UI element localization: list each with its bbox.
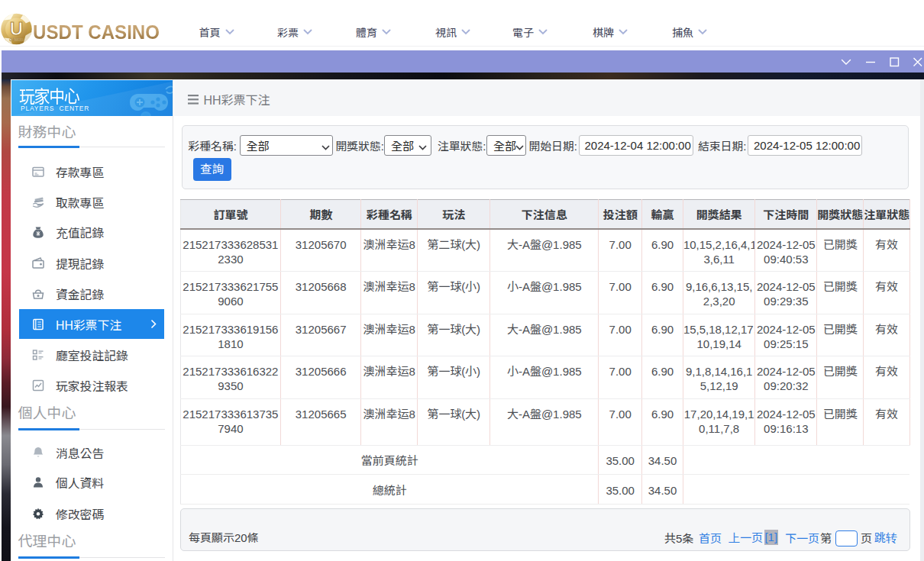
svg-text:U: U <box>10 18 23 39</box>
svg-text:CASINO: CASINO <box>9 38 24 42</box>
